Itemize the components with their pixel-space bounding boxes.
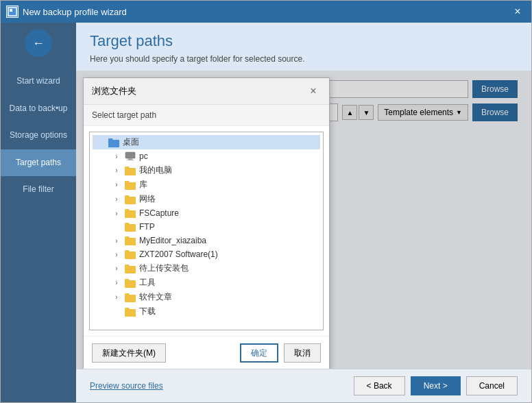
tree-chevron-library: › — [112, 180, 121, 190]
sidebar-item-storage-options[interactable]: Storage options — [1, 122, 76, 149]
sidebar-item-data-to-backup[interactable]: Data to back•up — [1, 95, 76, 123]
tree-chevron-network: › — [112, 195, 121, 204]
folder-icon-myeditor — [124, 235, 136, 246]
dialog-overlay: 浏览文件夹 × Select target path — [76, 71, 531, 369]
tree-chevron-downloads — [112, 307, 121, 317]
folder-icon-library — [124, 180, 136, 191]
tree-item-desktop[interactable]: 桌面 — [93, 135, 320, 149]
folder-icon-ftp — [124, 221, 136, 232]
svg-rect-2 — [125, 152, 135, 158]
tree-item-pc[interactable]: › pc — [93, 149, 320, 163]
folder-icon-downloads — [124, 306, 136, 317]
tree-chevron-desktop — [95, 138, 105, 147]
dialog-footer: 新建文件夹(M) 确定 取消 — [84, 336, 329, 369]
content-area: Target paths Here you should specify a t… — [76, 23, 531, 402]
sidebar-item-target-paths[interactable]: Target paths — [1, 149, 76, 177]
content-header: Target paths Here you should specify a t… — [76, 23, 531, 71]
tree-chevron-tools: › — [112, 278, 121, 288]
tree-label-fscapture: FSCapture — [139, 208, 179, 218]
tree-item-library[interactable]: › 库 — [93, 178, 320, 192]
folder-icon-fscapture — [124, 208, 136, 219]
tree-label-tools: 工具 — [139, 277, 156, 289]
footer: Preview source files < Back Next > Cance… — [76, 369, 531, 402]
sidebar-item-start-wizard[interactable]: Start wizard — [1, 68, 76, 95]
tree-label-network: 网络 — [139, 193, 156, 205]
dialog-body: 桌面 › pc — [84, 126, 329, 336]
tree-label-articles: 软件文章 — [139, 291, 172, 303]
tree-label-downloads: 下载 — [139, 306, 156, 317]
tree-chevron-ftp — [112, 222, 121, 232]
content-body: Browse ▲ ▼ Template elements — [76, 71, 531, 369]
back-circle-button[interactable]: ← — [25, 29, 52, 57]
tree-chevron-waiting: › — [112, 264, 121, 273]
tree-label-waiting: 待上传安装包 — [139, 262, 189, 274]
back-arrow-icon: ← — [32, 36, 45, 51]
tree-item-fscapture[interactable]: › FSCapture — [93, 206, 320, 220]
preview-source-files-link[interactable]: Preview source files — [90, 381, 163, 391]
window-close-button[interactable]: × — [509, 3, 526, 20]
cancel-button[interactable]: Cancel — [466, 376, 518, 395]
tree-chevron-mycomputer: › — [112, 166, 121, 175]
tree-item-mycomputer[interactable]: › 我的电脑 — [93, 163, 320, 178]
tree-chevron-pc: › — [112, 151, 121, 161]
folder-icon-network — [124, 194, 136, 205]
sidebar: ← Start wizard Data to back•up Storage o… — [1, 23, 76, 402]
tree-item-waiting[interactable]: › 待上传安装包 — [93, 261, 320, 276]
dialog-cancel-button[interactable]: 取消 — [284, 343, 321, 363]
tree-chevron-fscapture: › — [112, 208, 121, 218]
title-bar: New backup profile wizard × — [1, 1, 531, 23]
svg-rect-4 — [127, 160, 134, 160]
main-layout: ← Start wizard Data to back•up Storage o… — [1, 23, 531, 402]
back-button[interactable]: < Back — [354, 376, 405, 395]
tree-item-myeditor[interactable]: › MyEditor_xiazaiba — [93, 234, 320, 247]
tree-label-ftp: FTP — [139, 222, 155, 232]
tree-chevron-zxt2007: › — [112, 249, 121, 259]
tree-item-ftp[interactable]: FTP — [93, 220, 320, 234]
folder-icon-desktop — [108, 137, 120, 148]
new-folder-button[interactable]: 新建文件夹(M) — [92, 343, 166, 363]
pc-icon — [124, 151, 136, 162]
tree-label-pc: pc — [139, 151, 148, 161]
folder-icon-mycomputer — [124, 165, 136, 176]
page-title: Target paths — [90, 32, 518, 50]
dialog-close-button[interactable]: × — [306, 84, 321, 99]
tree-label-zxt2007: ZXT2007 Software(1) — [139, 249, 218, 259]
folder-icon-waiting — [124, 263, 136, 274]
folder-icon-zxt2007 — [124, 249, 136, 260]
sidebar-item-file-filter[interactable]: File filter — [1, 176, 76, 204]
svg-rect-1 — [10, 9, 12, 12]
window-title: New backup profile wizard — [23, 7, 505, 17]
tree-item-network[interactable]: › 网络 — [93, 192, 320, 206]
main-window: New backup profile wizard × ← Start wiza… — [0, 0, 532, 403]
dialog-ok-button[interactable]: 确定 — [240, 343, 278, 363]
tree-label-mycomputer: 我的电脑 — [139, 164, 172, 176]
tree-item-articles[interactable]: › 软件文章 — [93, 290, 320, 304]
browse-folder-dialog: 浏览文件夹 × Select target path — [83, 77, 330, 369]
tree-label-myeditor: MyEditor_xiazaiba — [139, 236, 206, 245]
tree-label-desktop: 桌面 — [123, 136, 139, 148]
tree-label-library: 库 — [139, 179, 147, 191]
folder-tree[interactable]: 桌面 › pc — [89, 132, 324, 330]
tree-item-tools[interactable]: › 工具 — [93, 276, 320, 290]
footer-buttons: < Back Next > Cancel — [354, 376, 518, 395]
tree-chevron-articles: › — [112, 293, 121, 302]
folder-icon-articles — [124, 292, 136, 303]
dialog-footer-left: 新建文件夹(M) — [92, 343, 166, 363]
folder-icon-tools — [124, 278, 136, 289]
tree-item-zxt2007[interactable]: › ZXT2007 Software(1) — [93, 247, 320, 261]
tree-chevron-myeditor: › — [112, 236, 121, 245]
app-icon — [6, 5, 19, 18]
dialog-title-text: 浏览文件夹 — [92, 85, 136, 97]
svg-rect-3 — [128, 158, 132, 160]
page-subtitle: Here you should specify a target folder … — [90, 54, 518, 64]
dialog-title-bar: 浏览文件夹 × — [84, 78, 329, 105]
dialog-subtitle: Select target path — [84, 105, 329, 126]
next-button[interactable]: Next > — [411, 376, 461, 395]
tree-item-downloads[interactable]: 下载 — [93, 304, 320, 319]
